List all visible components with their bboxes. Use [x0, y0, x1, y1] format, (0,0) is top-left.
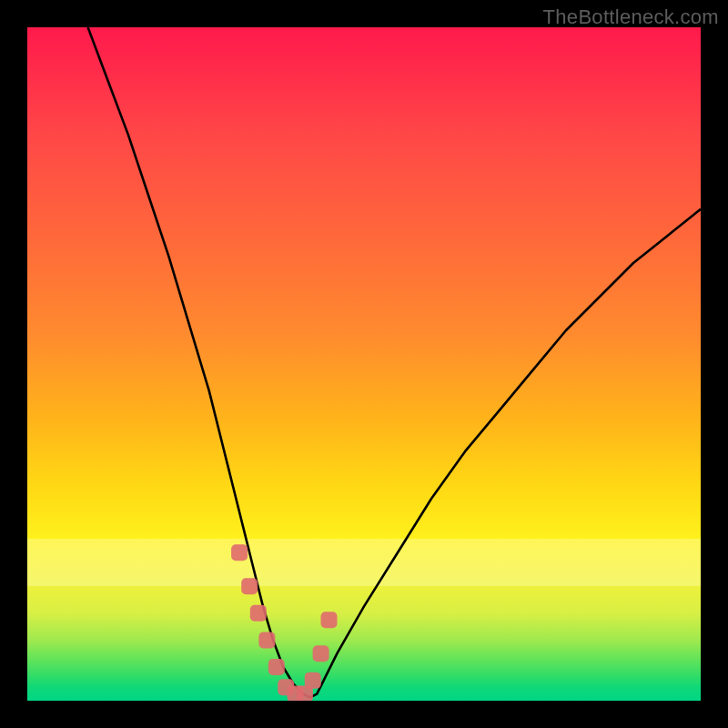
marker-point — [258, 632, 275, 648]
bottleneck-curve — [88, 27, 701, 697]
watermark-text: TheBottleneck.com — [543, 5, 719, 29]
marker-point — [268, 659, 285, 675]
marker-point — [241, 578, 258, 594]
marker-point — [231, 544, 248, 561]
curve-layer — [27, 27, 701, 701]
marker-point — [305, 672, 321, 689]
marker-point — [321, 612, 338, 628]
marker-point — [313, 645, 329, 662]
chart-frame: TheBottleneck.com — [0, 0, 728, 728]
marker-point — [250, 605, 267, 622]
marker-cluster — [231, 544, 337, 701]
